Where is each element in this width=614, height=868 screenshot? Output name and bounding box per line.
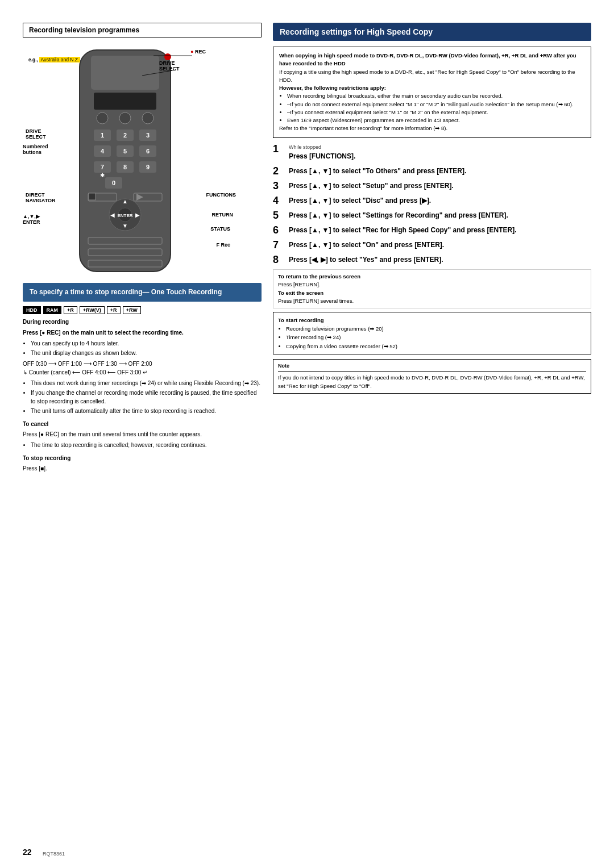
ot-bullet-1: You can specify up to 4 hours later. <box>31 339 262 348</box>
start-rec-bullet-2: Copying from a video cassette recorder (… <box>286 342 586 350</box>
to-cancel-text: Press [● REC] on the main unit several t… <box>23 430 262 439</box>
f-rec-label: F Rec <box>216 242 230 248</box>
ot-bullet2-3: The unit turns off automatically after t… <box>31 407 262 415</box>
step-6: 6 Press [▲, ▼] to select "Rec for High S… <box>273 225 591 235</box>
step-3-main: Press [▲, ▼] to select "Setup" and press… <box>289 182 454 190</box>
step-5: 5 Press [▲, ▼] to select "Settings for R… <box>273 210 591 220</box>
step-6-content: Press [▲, ▼] to select "Rec for High Spe… <box>289 225 591 235</box>
to-stop-header: To stop recording <box>23 454 262 462</box>
eg-highlight: Australia and N.Z. <box>39 57 80 62</box>
arrows-enter-label: ▲,▼,▶ENTER <box>23 214 40 225</box>
step-2: 2 Press [▲, ▼] to select "To Others" and… <box>273 166 591 176</box>
warn-bold: When copying in high speed mode to DVD-R… <box>279 52 576 66</box>
start-rec-header: To start recording <box>278 317 324 323</box>
step-4: 4 Press [▲, ▼] to select "Disc" and pres… <box>273 195 591 206</box>
step-5-content: Press [▲, ▼] to select "Settings for Rec… <box>289 210 591 220</box>
page: 22 RQT8361 Recording television programm… <box>0 0 614 868</box>
step-4-main: Press [▲, ▼] to select "Disc" and press … <box>289 197 431 205</box>
during-recording-label: During recording <box>23 319 69 325</box>
step-5-num: 5 <box>273 210 284 220</box>
label-arrows <box>23 44 239 283</box>
timer-row-2: ↳ Counter (cancel) ⟵ OFF 4:00 ⟵ OFF 3:00… <box>23 368 262 377</box>
step-1-subtitle: While stopped <box>289 144 591 152</box>
numbered-buttons-label: Numberedbuttons <box>23 144 48 155</box>
step-6-num: 6 <box>273 225 284 235</box>
timer-row-1: OFF 0:30 ⟶ OFF 1:00 ⟶ OFF 1:30 ⟶ OFF 2:0… <box>23 360 262 368</box>
step-6-main: Press [▲, ▼] to select "Rec for High Spe… <box>289 226 517 234</box>
exit-header: To exit the screen <box>278 290 323 296</box>
timer-table: OFF 0:30 ⟶ OFF 1:00 ⟶ OFF 1:30 ⟶ OFF 2:0… <box>23 360 262 377</box>
ot-instruction: Press [● REC] on the main unit to select… <box>23 329 184 336</box>
badge-plus-rw: +RW <box>123 306 141 314</box>
warn-bullet-1: –If you do not connect external equipmen… <box>287 101 585 108</box>
warn-bullet-0: When recording bilingual broadcasts, eit… <box>287 92 585 100</box>
return-exit-box: To return to the previous screen Press [… <box>273 269 591 308</box>
drive-select-left-label: DRIVESELECT <box>26 128 46 140</box>
start-rec-bullet-1: Timer recording (➡ 24) <box>286 333 586 341</box>
to-cancel-header: To cancel <box>23 420 262 428</box>
warn-bullet-3: Even 16:9 aspect (Widescreen) programmes… <box>287 116 585 124</box>
step-7-num: 7 <box>273 240 284 250</box>
badge-ram: RAM <box>43 306 62 314</box>
ot-bullet2-1: This does not work during timer recordin… <box>31 379 262 387</box>
remote-control-diagram: 1 2 3 4 5 6 7 8 9 ✱ 0 ▲ <box>23 44 239 283</box>
ot-bullet2-2: If you change the channel or recording m… <box>31 389 262 406</box>
rec-label: ● REC <box>190 49 206 55</box>
step-3-content: Press [▲, ▼] to select "Setup" and press… <box>289 181 591 191</box>
remote-labels: ● REC DRIVESELECT e.g., Australia and N.… <box>23 44 239 283</box>
ot-title: To specify a time to stop recording— One… <box>30 287 255 297</box>
restrictions-header: However, the following restrictions appl… <box>279 85 386 91</box>
doc-code: RQT8361 <box>43 851 65 857</box>
start-rec-box: To start recording Recording television … <box>273 312 591 354</box>
step-4-num: 4 <box>273 195 284 206</box>
exit-text: Press [RETURN] several times. <box>278 297 586 305</box>
status-label: STATUS <box>210 226 230 232</box>
step-8-content: Press [◀, ▶] to select "Yes" and press [… <box>289 254 591 265</box>
step-4-content: Press [▲, ▼] to select "Disc" and press … <box>289 195 591 206</box>
badge-plus-r2: +R <box>107 306 121 314</box>
one-touch-recording-box: To specify a time to stop recording— One… <box>23 283 262 302</box>
note-header: Note <box>278 362 586 372</box>
step-7-main: Press [▲, ▼] to select "On" and press [E… <box>289 241 444 249</box>
step-3-num: 3 <box>273 181 284 191</box>
functions-label: FUNCTIONS <box>206 192 237 198</box>
badge-rw-v: +RW(V) <box>80 306 105 314</box>
warn-text1: If copying a title using the high speed … <box>279 68 585 85</box>
step-3: 3 Press [▲, ▼] to select "Setup" and pre… <box>273 181 591 191</box>
badge-plus-r: +R <box>64 306 77 314</box>
left-column: Recording television programmes <box>23 23 262 476</box>
step-8-main: Press [◀, ▶] to select "Yes" and press [… <box>289 256 443 264</box>
step-2-main: Press [▲, ▼] to select "To Others" and p… <box>289 167 466 175</box>
hsc-header-box: Recording settings for High Speed Copy <box>273 23 591 41</box>
step-7: 7 Press [▲, ▼] to select "On" and press … <box>273 240 591 250</box>
note-box: Note If you do not intend to copy titles… <box>273 359 591 394</box>
note-text: If you do not intend to copy titles in h… <box>278 374 586 390</box>
eg-label: e.g., Australia and N.Z. <box>28 57 80 62</box>
right-column: Recording settings for High Speed Copy W… <box>273 23 591 476</box>
step-7-content: Press [▲, ▼] to select "On" and press [E… <box>289 240 591 250</box>
return-label: RETURN <box>212 212 234 218</box>
recording-tv-header: Recording television programmes <box>23 23 262 37</box>
direct-navigator-label: DIRECTNAVIGATOR <box>26 192 56 203</box>
return-text: Press [RETURN]. <box>278 281 586 289</box>
format-badges: HDD RAM +R +RW(V) +R +RW <box>23 306 262 314</box>
return-header: To return to the previous screen <box>278 273 360 279</box>
page-number: 22 <box>23 848 32 857</box>
step-1-num: 1 <box>273 144 284 154</box>
step-2-content: Press [▲, ▼] to select "To Others" and p… <box>289 166 591 176</box>
step-8-num: 8 <box>273 254 284 265</box>
steps-list: 1 While stopped Press [FUNCTIONS]. 2 Pre… <box>273 144 591 265</box>
start-rec-bullet-0: Recording television programmes (➡ 20) <box>286 324 586 333</box>
warn-refer: Refer to the "Important notes for record… <box>279 124 585 132</box>
step-2-num: 2 <box>273 166 284 176</box>
to-stop-text: Press [■]. <box>23 464 262 473</box>
drive-select-top-label: DRIVESELECT <box>159 60 180 72</box>
step-8: 8 Press [◀, ▶] to select "Yes" and press… <box>273 254 591 265</box>
step-1-content: While stopped Press [FUNCTIONS]. <box>289 144 591 162</box>
warning-box: When copying in high speed mode to DVD-R… <box>273 47 591 138</box>
step-1-main: Press [FUNCTIONS]. <box>289 152 355 160</box>
ot-body: During recording Press [● REC] on the ma… <box>23 318 262 473</box>
hsc-title: Recording settings for High Speed Copy <box>280 27 584 36</box>
to-cancel-bullet: The time to stop recording is cancelled;… <box>31 441 262 449</box>
warn-bullet-2: –If you connect external equipment Selec… <box>287 108 585 116</box>
